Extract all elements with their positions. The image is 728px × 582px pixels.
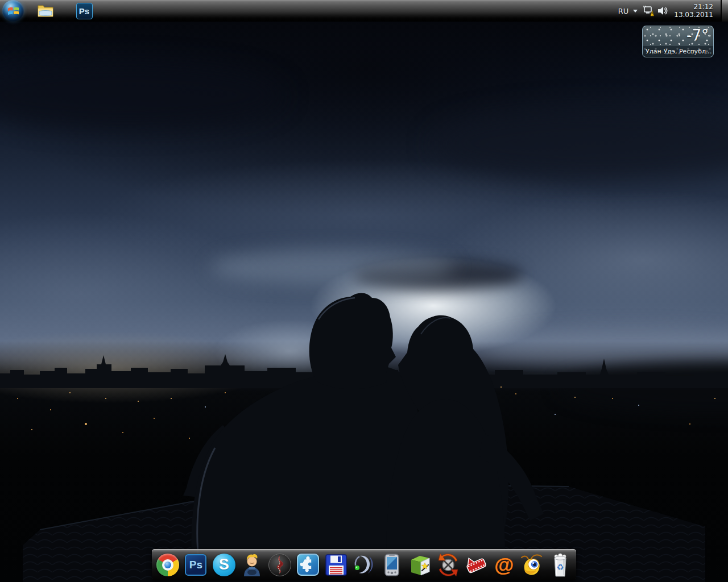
dock-mediaget-button[interactable] [519,551,544,579]
system-tray: RU 21:12 13.03.201 [615,0,728,22]
start-button[interactable] [2,0,24,22]
teamspeak-icon [352,553,376,577]
mail-ru-at-icon: @ [492,553,516,577]
folder-icon [36,3,55,19]
explorer-taskbar-button[interactable] [35,2,56,20]
dock-skype-button[interactable]: S [212,551,237,579]
weather-temperature: -7° [686,27,709,44]
weather-location: Улан-Удэ, Республ... [643,46,713,57]
clock-date: 13.03.2011 [674,11,713,19]
fallout-vault-boy-icon [240,553,264,577]
dock-sync-arrows-button[interactable] [436,551,461,579]
clock-time: 21:12 [674,3,713,11]
software-box-wizard-icon [408,553,432,577]
chrome-icon [156,554,179,576]
dark-cloud-band [0,61,284,130]
weather-gadget[interactable]: -7° Улан-Удэ, Республ... [642,26,714,57]
clock[interactable]: 21:12 13.03.2011 [674,3,713,19]
floppy-disk-icon [324,553,348,577]
dock-movie-player-button[interactable] [464,551,489,579]
photoshop-icon: Ps [185,554,206,576]
windows-logo-icon [7,5,19,16]
dock-fallout-button[interactable] [239,551,264,579]
dock-teamspeak-button[interactable] [351,551,377,579]
dock-puzzle-button[interactable] [295,551,320,579]
dock-pda-button[interactable] [379,551,404,579]
dock-chrome-button[interactable] [155,551,180,579]
photoshop-taskbar-button[interactable]: Ps [74,2,94,20]
desktop-screen: -7° Улан-Удэ, Республ... Ps S [0,0,728,582]
volume-icon[interactable] [656,5,669,17]
light-cloud-wisp [210,249,455,285]
network-status-icon[interactable] [642,5,656,17]
desktop-wallpaper: -7° Улан-Удэ, Республ... Ps S [0,22,728,582]
language-indicator[interactable]: RU [615,7,632,15]
dock-recycle-bin-button[interactable]: ♻ [548,551,573,579]
skype-icon: S [213,554,235,576]
dock-dead-space-button[interactable] [267,551,292,579]
couple-silhouette [23,284,705,582]
dock: Ps S [152,549,576,580]
dock-photoshop-button[interactable]: Ps [183,551,208,579]
pda-icon [380,553,404,577]
recycle-symbol: ♻ [557,563,564,572]
sync-arrows-icon [436,553,460,577]
movie-player-icon [464,553,488,577]
mediaget-creature-icon [520,553,544,577]
photoshop-icon: Ps [76,3,93,19]
chevron-down-icon[interactable] [633,10,638,13]
dock-mailru-button[interactable]: @ [491,551,516,579]
show-desktop-button[interactable] [721,0,728,22]
dock-software-box-button[interactable] [407,551,432,579]
puzzle-icon [297,554,319,576]
recycle-bin-icon: ♻ [548,552,572,577]
dock-floppy-button[interactable] [324,551,349,579]
dead-space-marker-icon [268,554,291,576]
man-head [309,293,396,389]
taskbar: Ps RU 21:1 [0,0,728,22]
dark-cloud-band [432,107,728,181]
